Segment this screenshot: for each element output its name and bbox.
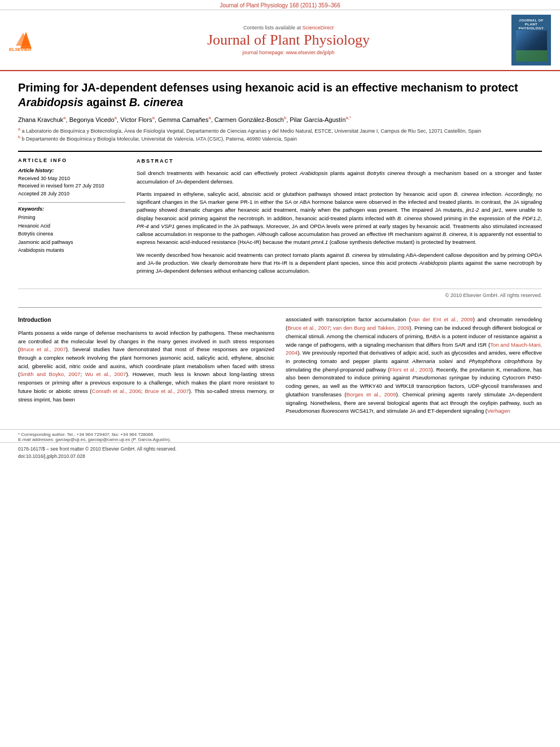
- abstract-header: ABSTRACT: [137, 158, 542, 165]
- affiliations: a a Laboratorio de Bioquímica y Biotecno…: [18, 126, 542, 143]
- ref-borges-2009[interactable]: Borges et al., 2009: [346, 391, 396, 397]
- ref-conrath-2006[interactable]: Conrath et al., 2006: [92, 388, 141, 394]
- introduction-heading: Introduction: [18, 316, 274, 325]
- footer-issn: 0176-1617/$ – see front matter © 2010 El…: [18, 446, 177, 452]
- right-paragraph-1: associated with transcription factor acc…: [286, 316, 542, 416]
- ref-smith-boyko[interactable]: Smith and Boyko, 2007: [20, 371, 80, 377]
- accepted-date: Accepted 28 July 2010: [18, 190, 125, 198]
- homepage-url[interactable]: www.elsevier.de/jplph: [286, 50, 335, 55]
- article-history-label: Article history:: [18, 168, 125, 173]
- main-content: Priming for JA-dependent defenses using …: [0, 71, 560, 429]
- ref-bruce-2007c[interactable]: Bruce et al., 2007: [287, 325, 330, 331]
- article-info-column: ARTICLE INFO Article history: Received 3…: [18, 158, 125, 280]
- email-note: E-mail addresses: garciap@uji.es, garcia…: [18, 437, 542, 442]
- ref-verhagen[interactable]: Verhagen: [487, 408, 510, 414]
- svg-text:ELSEVIER: ELSEVIER: [9, 47, 32, 51]
- ref-wu-2007[interactable]: Wu et al., 2007: [85, 371, 126, 377]
- corresponding-author-note: * Corresponding author. Tel.: +34 964 72…: [18, 432, 542, 437]
- ref-bruce-2007b[interactable]: Bruce et al., 2007: [145, 388, 189, 394]
- footer-doi: doi:10.1016/j.jplph.2010.07.028: [18, 453, 542, 459]
- left-body-column: Introduction Plants possess a wide range…: [18, 316, 274, 420]
- contents-line: Contents lists available at ScienceDirec…: [71, 25, 506, 30]
- article-title: Priming for JA-dependent defenses using …: [18, 80, 542, 110]
- elsevier-logo-text: ELSEVIER: [9, 26, 65, 55]
- sciencedirect-link[interactable]: ScienceDirect: [303, 25, 334, 30]
- abstract-paragraph-2: Plants impaired in ethylene, salicylic a…: [137, 190, 542, 247]
- right-body-column: associated with transcription factor acc…: [286, 316, 542, 420]
- article-dates: Received 30 May 2010 Received in revised…: [18, 175, 125, 198]
- keyword-2: Hexanoic Acid: [18, 222, 125, 230]
- keyword-5: Arabidopsis mutants: [18, 246, 125, 254]
- authors-line: Zhana Kravchuka, Begonya Vicedoa, Víctor…: [18, 115, 542, 123]
- footnote-block: * Corresponding author. Tel.: +34 964 72…: [0, 429, 560, 442]
- copyright-line: © 2010 Elsevier GmbH. All rights reserve…: [18, 289, 542, 298]
- keywords-list: Priming Hexanoic Acid Botrytis cinerea J…: [18, 213, 125, 254]
- elsevier-logo: ELSEVIER: [9, 26, 65, 55]
- section-divider: [18, 307, 542, 308]
- cover-image: [516, 30, 547, 62]
- ref-bruce-2007[interactable]: Bruce et al., 2007: [20, 346, 66, 352]
- cover-title: JOURNAL OF PLANT PHYSIOLOGY: [514, 19, 549, 31]
- abstract-paragraph-1: Soil drench treatments with hexanoic aci…: [137, 169, 542, 186]
- info-divider: [18, 202, 125, 203]
- keyword-3: Botrytis cinerea: [18, 230, 125, 238]
- ref-van-den-burg[interactable]: van den Burg and Takken, 2009: [333, 325, 409, 331]
- journal-header: ELSEVIER Contents lists available at Sci…: [0, 10, 560, 71]
- ref-van-der-ent[interactable]: Van der Ent et al., 2009: [410, 316, 473, 322]
- journal-title-area: Contents lists available at ScienceDirec…: [71, 25, 506, 55]
- journal-reference-text: Journal of Plant Physiology 168 (2011) 3…: [220, 2, 340, 8]
- body-text-section: Introduction Plants possess a wide range…: [18, 316, 542, 420]
- abstract-column: ABSTRACT Soil drench treatments with hex…: [137, 158, 542, 280]
- keyword-4: Jasmonic acid pathways: [18, 238, 125, 246]
- page-footer: 0176-1617/$ – see front matter © 2010 El…: [0, 442, 560, 462]
- abstract-paragraph-3: We recently described how hexanoic acid …: [137, 251, 542, 276]
- footer-row: 0176-1617/$ – see front matter © 2010 El…: [18, 446, 542, 452]
- intro-paragraph-1: Plants possess a wide range of defense m…: [18, 329, 274, 404]
- received-date: Received 30 May 2010: [18, 175, 125, 183]
- article-info-header: ARTICLE INFO: [18, 158, 125, 163]
- journal-homepage: journal homepage: www.elsevier.de/jplph: [71, 50, 506, 55]
- keyword-1: Priming: [18, 213, 125, 221]
- journal-cover-image: JOURNAL OF PLANT PHYSIOLOGY: [511, 15, 551, 65]
- ref-flors-2003[interactable]: Flors et al., 2003: [390, 366, 431, 373]
- abstract-text: Soil drench treatments with hexanoic aci…: [137, 169, 542, 275]
- journal-name: Journal of Plant Physiology: [71, 32, 506, 49]
- journal-reference-bar: Journal of Plant Physiology 168 (2011) 3…: [0, 0, 560, 10]
- revised-date: Received in revised form 27 July 2010: [18, 182, 125, 190]
- article-info-abstract-section: ARTICLE INFO Article history: Received 3…: [18, 151, 542, 280]
- keywords-label: Keywords:: [18, 206, 125, 212]
- ref-ton-mauch[interactable]: Ton and Mauch-Mani, 2004: [286, 342, 542, 356]
